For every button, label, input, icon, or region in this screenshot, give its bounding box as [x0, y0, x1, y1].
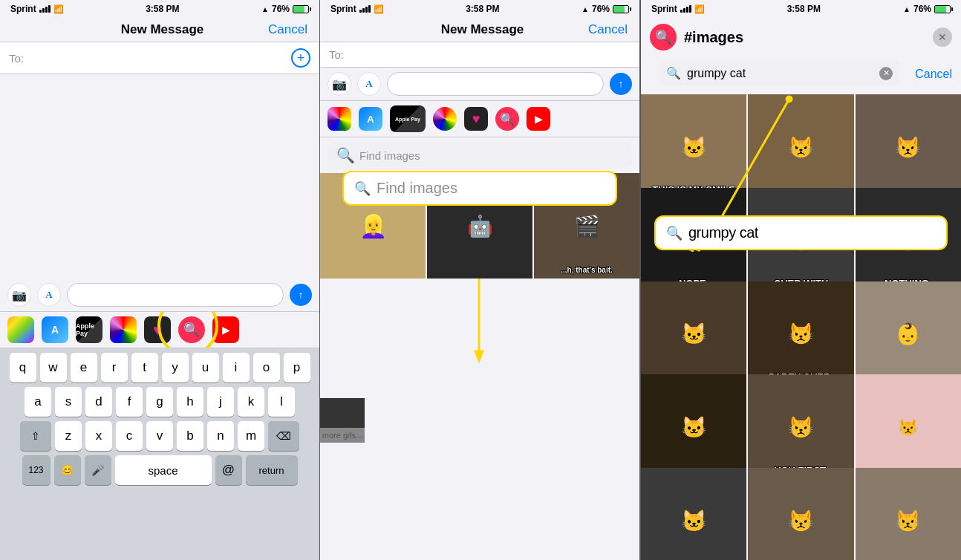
phone-screen-3: Sprint 📶 3:58 PM ▲ 76% 🔍 #im — [641, 0, 961, 560]
message-text-input-1[interactable] — [67, 283, 284, 307]
battery-label-1: 76% — [272, 4, 290, 14]
message-text-input-2[interactable] — [387, 72, 604, 96]
key-w[interactable]: w — [40, 353, 67, 382]
appstore-icon-2[interactable]: A — [359, 107, 382, 131]
cat-face-12: 😾 — [856, 374, 961, 480]
battery-icon-3 — [934, 5, 951, 13]
p2-signal-bar-1 — [359, 10, 362, 13]
photos-icon-2[interactable] — [328, 107, 351, 131]
search-input-3[interactable]: grumpy cat — [687, 67, 873, 80]
grumpy-cell-1[interactable]: 🐱 THIS IS MY SMILE — [641, 94, 746, 200]
signal-bar-1 — [39, 10, 42, 13]
cancel-button-1[interactable]: Cancel — [268, 22, 307, 37]
heart-icon-2[interactable]: ♥ — [464, 107, 488, 131]
grumpy-cell-9[interactable]: 👶 — [856, 281, 961, 387]
key-d[interactable]: d — [85, 387, 112, 417]
send-button-1[interactable]: ↑ — [290, 284, 312, 306]
camera-button-2[interactable]: 📷 — [328, 72, 351, 96]
key-g[interactable]: g — [146, 387, 173, 417]
images-app-icon-1[interactable]: 🔍 — [178, 316, 205, 343]
signal-bars-3 — [680, 5, 691, 13]
key-h[interactable]: h — [177, 387, 203, 417]
key-mic[interactable]: 🎤 — [85, 455, 111, 485]
key-o[interactable]: o — [253, 353, 280, 382]
key-j[interactable]: j — [207, 387, 234, 417]
key-shift[interactable]: ⇧ — [20, 421, 51, 451]
youtube-icon-2[interactable]: ▶ — [527, 107, 550, 131]
battery-label-3: 76% — [913, 4, 931, 14]
key-q[interactable]: q — [10, 353, 36, 382]
status-right-3: ▲ 76% — [903, 4, 951, 14]
search-bar-3[interactable]: 🔍 grumpy cat ✕ — [659, 61, 900, 85]
grumpy-cell-10[interactable]: 🐱 ATH TO AMERIC — [641, 374, 746, 480]
key-f[interactable]: f — [116, 387, 143, 417]
key-k[interactable]: k — [238, 387, 264, 417]
cancel-button-2[interactable]: Cancel — [588, 22, 628, 37]
memoji-icon-2[interactable] — [433, 107, 457, 131]
key-r[interactable]: r — [101, 353, 128, 382]
grumpy-cell-14[interactable]: 😾 I GOT PETTED ONCE — [748, 468, 853, 560]
message-header-2: New Message Cancel — [320, 16, 639, 42]
key-s[interactable]: s — [55, 387, 82, 417]
grumpy-cell-13[interactable]: 🐱 CUDDLES — [641, 468, 746, 560]
key-n[interactable]: n — [207, 421, 234, 451]
images-close-button-3[interactable]: ✕ — [933, 27, 952, 47]
status-right-2: ▲ 76% — [582, 4, 629, 14]
search-clear-button-3[interactable]: ✕ — [879, 67, 893, 80]
grumpy-cell-7[interactable]: 🐱 — [641, 281, 746, 387]
message-input-area-2: 📷 A ↑ — [320, 68, 639, 100]
key-space[interactable]: space — [115, 455, 212, 485]
battery-icon-2 — [613, 5, 629, 13]
find-images-placeholder-2: Find images — [359, 149, 420, 162]
images-icon-2[interactable]: 🔍 — [495, 107, 519, 131]
cat-face-13: 🐱 — [641, 468, 746, 560]
key-e[interactable]: e — [71, 353, 97, 382]
hearticon-1[interactable]: ♥ — [144, 316, 171, 343]
key-u[interactable]: u — [192, 353, 219, 382]
photos-app-icon-1[interactable] — [7, 316, 34, 343]
app-store-button-2[interactable]: A — [357, 72, 381, 96]
camera-button-1[interactable]: 📷 — [7, 283, 31, 307]
key-at[interactable]: @ — [215, 455, 242, 485]
key-a[interactable]: a — [25, 387, 51, 417]
p2-signal-bar-2 — [362, 8, 365, 13]
battery-fill-2 — [613, 6, 625, 13]
grumpy-cell-11[interactable]: 😾 YOU FIRST. — [748, 374, 853, 480]
send-button-2[interactable]: ↑ — [610, 73, 632, 95]
find-images-bar-2[interactable]: 🔍 Find images — [328, 142, 632, 169]
key-l[interactable]: l — [268, 387, 295, 417]
grumpy-cell-8[interactable]: 😾 PARTY OVER. — [748, 281, 853, 387]
key-delete[interactable]: ⌫ — [268, 421, 299, 451]
images-title-3: #images — [684, 29, 925, 46]
key-b[interactable]: b — [177, 421, 203, 451]
youtube-icon-1[interactable]: ▶ — [212, 316, 239, 343]
grumpy-cell-12[interactable]: 😾 — [856, 374, 961, 480]
key-y[interactable]: y — [162, 353, 189, 382]
key-123[interactable]: 123 — [22, 455, 51, 485]
key-x[interactable]: x — [85, 421, 112, 451]
grumpy-cell-3[interactable]: 😾 — [856, 94, 961, 200]
search-cancel-button-3[interactable]: Cancel — [915, 68, 952, 81]
key-return[interactable]: return — [246, 455, 298, 485]
grumpy-cell-15[interactable]: 😾 — [856, 468, 961, 560]
key-c[interactable]: c — [116, 421, 143, 451]
grumpy-cell-2[interactable]: 😾 — [748, 94, 853, 200]
find-images-annotation-box: 🔍 Find images — [342, 171, 617, 206]
applepay-icon-2[interactable]: Apple Pay — [390, 105, 426, 132]
key-emoji[interactable]: 😊 — [54, 455, 81, 485]
applepay-icon-1[interactable]: Apple Pay — [76, 316, 102, 343]
key-row-bottom: 123 😊 🎤 space @ return — [3, 455, 316, 485]
images-icon-wrapper-1: 🔍 — [178, 316, 205, 343]
key-m[interactable]: m — [238, 421, 264, 451]
gif-cell-4[interactable]: more gifs... — [320, 398, 365, 443]
key-v[interactable]: v — [146, 421, 173, 451]
memoji-icon-1[interactable] — [110, 316, 137, 343]
app-store-button-1[interactable]: A — [37, 283, 61, 307]
key-p[interactable]: p — [284, 353, 310, 382]
add-recipient-button-1[interactable]: + — [291, 48, 310, 68]
key-z[interactable]: z — [55, 421, 82, 451]
meme-label-13: CUDDLES — [644, 557, 743, 560]
key-t[interactable]: t — [131, 353, 158, 382]
appstore-icon-1[interactable]: A — [42, 316, 68, 343]
key-i[interactable]: i — [223, 353, 250, 382]
